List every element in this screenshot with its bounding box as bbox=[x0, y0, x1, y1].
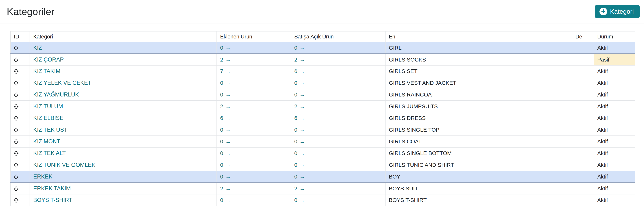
move-icon[interactable] bbox=[13, 150, 19, 157]
open-for-sale-count-link[interactable]: 0→ bbox=[294, 127, 305, 133]
move-icon[interactable] bbox=[13, 115, 19, 121]
added-product-count-link[interactable]: 0→ bbox=[220, 45, 231, 51]
de-name-cell bbox=[572, 89, 594, 100]
move-icon[interactable] bbox=[13, 80, 19, 86]
category-link[interactable]: KIZ MONT bbox=[33, 138, 60, 145]
added-product-count-link[interactable]: 0→ bbox=[220, 197, 231, 203]
open-for-sale-count-link[interactable]: 0→ bbox=[294, 150, 305, 156]
move-icon[interactable] bbox=[13, 92, 19, 98]
open-for-sale-cell: 0→ bbox=[291, 136, 385, 147]
move-icon[interactable] bbox=[13, 162, 19, 168]
category-link[interactable]: ERKEK TAKIM bbox=[33, 185, 71, 192]
status-cell: Aktif bbox=[594, 136, 635, 147]
arrow-right-icon: → bbox=[300, 57, 305, 63]
added-product-cell: 0→ bbox=[217, 136, 291, 147]
added-product-cell: 0→ bbox=[217, 159, 291, 171]
added-product-count-link[interactable]: 7→ bbox=[220, 68, 231, 74]
category-cell: ERKEK bbox=[30, 171, 217, 182]
move-icon[interactable] bbox=[13, 139, 19, 145]
added-product-count-link[interactable]: 0→ bbox=[220, 150, 231, 156]
category-link[interactable]: KIZ TEK ALT bbox=[33, 150, 66, 156]
open-for-sale-cell: 0→ bbox=[291, 171, 385, 182]
status-cell: Aktif bbox=[594, 112, 635, 124]
open-for-sale-count-link[interactable]: 2→ bbox=[294, 57, 305, 63]
category-cell: KIZ ELBİSE bbox=[30, 112, 217, 124]
open-for-sale-count-link[interactable]: 6→ bbox=[294, 68, 305, 74]
open-for-sale-count-link[interactable]: 0→ bbox=[294, 80, 305, 86]
added-product-count-link[interactable]: 0→ bbox=[220, 91, 231, 97]
open-for-sale-cell: 0→ bbox=[291, 77, 385, 89]
open-for-sale-count-link[interactable]: 2→ bbox=[294, 185, 305, 191]
category-link[interactable]: KIZ TAKIM bbox=[33, 68, 60, 74]
arrow-right-icon: → bbox=[226, 127, 231, 133]
de-name-cell bbox=[572, 77, 594, 89]
add-category-button[interactable]: + Kategori bbox=[595, 5, 640, 18]
open-for-sale-count-link[interactable]: 2→ bbox=[294, 103, 305, 109]
added-product-count-link[interactable]: 6→ bbox=[220, 115, 231, 121]
page-header: Kategoriler + Kategori bbox=[0, 0, 644, 24]
added-product-count-link[interactable]: 0→ bbox=[220, 174, 231, 180]
move-icon[interactable] bbox=[13, 45, 19, 51]
open-for-sale-cell: 0→ bbox=[291, 194, 385, 206]
category-link[interactable]: KIZ YAĞMURLUK bbox=[33, 91, 79, 98]
move-icon[interactable] bbox=[13, 174, 19, 180]
open-for-sale-count-link[interactable]: 0→ bbox=[294, 45, 305, 51]
table-row: KIZ TAKIM 7→ 6→ GIRLS SET Aktif bbox=[10, 65, 635, 77]
category-link[interactable]: KIZ bbox=[33, 45, 42, 51]
arrow-right-icon: → bbox=[300, 127, 305, 133]
open-for-sale-count-link[interactable]: 0→ bbox=[294, 138, 305, 144]
category-link[interactable]: KIZ YELEK VE CEKET bbox=[33, 80, 91, 86]
arrow-right-icon: → bbox=[300, 115, 305, 121]
category-link[interactable]: KIZ TEK ÜST bbox=[33, 127, 67, 133]
categories-table-container: ID Kategori Eklenen Ürün Satışa Açık Ürü… bbox=[10, 31, 644, 206]
added-product-count-link[interactable]: 0→ bbox=[220, 127, 231, 133]
move-icon[interactable] bbox=[13, 186, 19, 192]
category-cell: KIZ MONT bbox=[30, 136, 217, 147]
en-name-cell: GIRLS VEST AND JACKET bbox=[385, 77, 572, 89]
move-icon[interactable] bbox=[13, 103, 19, 110]
de-name-cell bbox=[572, 42, 594, 54]
en-name-cell: GIRLS RAINCOAT bbox=[385, 89, 572, 100]
move-icon[interactable] bbox=[13, 68, 19, 74]
category-link[interactable]: KIZ TUNİK VE GÖMLEK bbox=[33, 162, 96, 168]
category-cell: KIZ YELEK VE CEKET bbox=[30, 77, 217, 89]
row-drag-cell bbox=[10, 124, 30, 136]
category-link[interactable]: KIZ TULUM bbox=[33, 103, 63, 110]
open-for-sale-count-link[interactable]: 0→ bbox=[294, 162, 305, 168]
added-product-count-link[interactable]: 2→ bbox=[220, 57, 231, 63]
status-cell: Aktif bbox=[594, 159, 635, 171]
table-row: KIZ TEK ALT 0→ 0→ GIRLS SINGLE BOTTOM Ak… bbox=[10, 147, 635, 159]
row-drag-cell bbox=[10, 65, 30, 77]
en-name-cell: GIRLS COAT bbox=[385, 136, 572, 147]
status-cell: Aktif bbox=[594, 147, 635, 159]
category-link[interactable]: KIZ ELBİSE bbox=[33, 115, 63, 121]
col-header-en: En bbox=[385, 31, 572, 42]
added-product-count-link[interactable]: 0→ bbox=[220, 138, 231, 144]
table-row: KIZ ÇORAP 2→ 2→ GIRLS SOCKS Pasif bbox=[10, 54, 635, 65]
added-product-count-link[interactable]: 2→ bbox=[220, 185, 231, 191]
de-name-cell bbox=[572, 136, 594, 147]
move-icon[interactable] bbox=[13, 57, 19, 63]
open-for-sale-count-link[interactable]: 6→ bbox=[294, 115, 305, 121]
open-for-sale-count-link[interactable]: 0→ bbox=[294, 174, 305, 180]
open-for-sale-count-link[interactable]: 0→ bbox=[294, 91, 305, 97]
col-header-satisa-acik-urun: Satışa Açık Ürün bbox=[291, 31, 385, 42]
move-icon[interactable] bbox=[13, 197, 19, 203]
category-cell: KIZ bbox=[30, 42, 217, 54]
open-for-sale-count-link[interactable]: 0→ bbox=[294, 197, 305, 203]
table-row: KIZ TEK ÜST 0→ 0→ GIRLS SINGLE TOP Aktif bbox=[10, 124, 635, 136]
table-row: KIZ YELEK VE CEKET 0→ 0→ GIRLS VEST AND … bbox=[10, 77, 635, 89]
row-drag-cell bbox=[10, 136, 30, 147]
added-product-count-link[interactable]: 0→ bbox=[220, 162, 231, 168]
open-for-sale-cell: 6→ bbox=[291, 65, 385, 77]
added-product-count-link[interactable]: 0→ bbox=[220, 80, 231, 86]
de-name-cell bbox=[572, 194, 594, 206]
col-header-id: ID bbox=[10, 31, 30, 42]
arrow-right-icon: → bbox=[300, 185, 305, 191]
category-link[interactable]: BOYS T-SHIRT bbox=[33, 197, 72, 203]
category-link[interactable]: ERKEK bbox=[33, 173, 52, 180]
added-product-count-link[interactable]: 2→ bbox=[220, 103, 231, 109]
category-link[interactable]: KIZ ÇORAP bbox=[33, 56, 64, 63]
move-icon[interactable] bbox=[13, 127, 19, 133]
added-product-cell: 6→ bbox=[217, 112, 291, 124]
